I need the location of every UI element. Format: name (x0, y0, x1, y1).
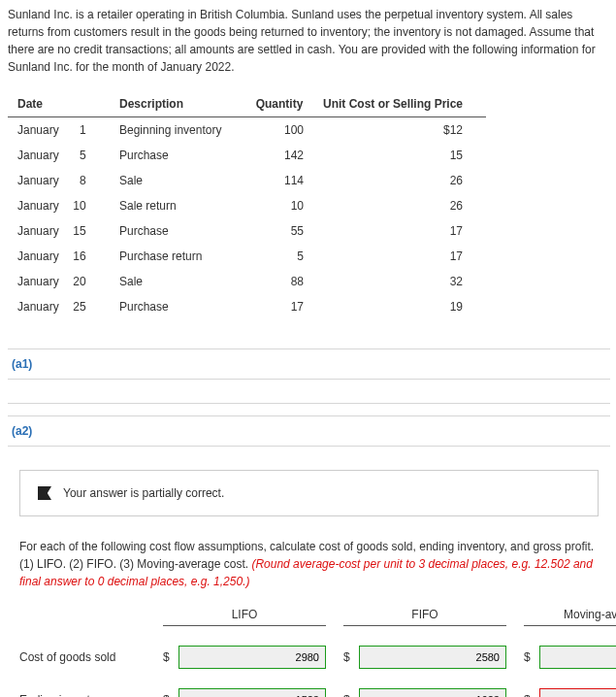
cell-cogs-fifo: $ (343, 646, 506, 669)
cell-date: January25 (8, 294, 110, 319)
cell-qty: 55 (245, 218, 313, 244)
cell-date: January1 (8, 117, 110, 144)
cell-desc: Sale (110, 168, 245, 193)
cell-desc: Purchase (110, 218, 245, 244)
table-row: January20Sale8832 (8, 269, 486, 294)
cell-price: $12 (313, 117, 486, 144)
label-cogs: Cost of goods sold (19, 650, 146, 664)
cell-date: January10 (8, 193, 110, 218)
table-row: January25Purchase1719 (8, 294, 486, 319)
section-gap (8, 403, 610, 416)
cell-date: January16 (8, 244, 110, 269)
cell-price: 17 (313, 244, 486, 269)
cell-price: 32 (313, 269, 486, 294)
cell-endinv-fifo: $ (343, 688, 506, 697)
cell-date: January5 (8, 143, 110, 168)
partial-correct-text: Your answer is partially correct. (63, 486, 224, 500)
cell-qty: 17 (245, 294, 313, 319)
cell-qty: 10 (245, 193, 313, 218)
table-row: January8Sale11426 (8, 168, 486, 193)
cell-qty: 100 (245, 117, 313, 144)
flag-icon (38, 486, 51, 500)
cell-cogs-lifo: $ (163, 646, 326, 669)
cell-endinv-ma: $ (524, 688, 616, 697)
cell-desc: Purchase (110, 294, 245, 319)
cell-desc: Purchase return (110, 244, 245, 269)
dollar-sign: $ (343, 693, 353, 697)
table-row: January5Purchase14215 (8, 143, 486, 168)
dollar-sign: $ (524, 693, 534, 697)
cell-price: 26 (313, 168, 486, 193)
cell-date: January20 (8, 269, 110, 294)
input-endinv-fifo[interactable] (359, 688, 506, 697)
input-endinv-ma[interactable] (539, 688, 616, 697)
cell-endinv-lifo: $ (163, 688, 326, 697)
table-row: January16Purchase return517 (8, 244, 486, 269)
cell-price: 26 (313, 193, 486, 218)
transactions-table: Date Description Quantity Unit Cost or S… (8, 91, 486, 319)
cell-qty: 142 (245, 143, 313, 168)
table-row: January10Sale return1026 (8, 193, 486, 218)
cell-price: 15 (313, 143, 486, 168)
cell-qty: 5 (245, 244, 313, 269)
table-row: January15Purchase5517 (8, 218, 486, 244)
input-cogs-ma[interactable] (539, 646, 616, 669)
head-ma: Moving-average (524, 608, 616, 626)
cell-cogs-ma: $ (524, 646, 616, 669)
input-cogs-fifo[interactable] (359, 646, 506, 669)
table-row: January1Beginning inventory100$12 (8, 117, 486, 144)
section-a2: (a2) (8, 416, 610, 447)
cell-date: January8 (8, 168, 110, 193)
partial-correct-banner: Your answer is partially correct. (19, 470, 599, 516)
cell-desc: Purchase (110, 143, 245, 168)
cell-desc: Beginning inventory (110, 117, 245, 144)
cell-price: 19 (313, 294, 486, 319)
cell-date: January15 (8, 218, 110, 244)
cell-price: 17 (313, 218, 486, 244)
th-date: Date (8, 91, 110, 117)
dollar-sign: $ (163, 650, 173, 664)
dollar-sign: $ (524, 650, 534, 664)
answer-grid: LIFO FIFO Moving-average Cost of goods s… (19, 608, 599, 697)
label-endinv: Ending inventory (19, 693, 146, 697)
cell-qty: 114 (245, 168, 313, 193)
dollar-sign: $ (163, 693, 173, 697)
question-text: For each of the following cost flow assu… (19, 538, 599, 590)
cell-desc: Sale (110, 269, 245, 294)
th-desc: Description (110, 91, 245, 117)
th-price: Unit Cost or Selling Price (313, 91, 486, 117)
th-qty: Quantity (245, 91, 313, 117)
head-lifo: LIFO (163, 608, 326, 626)
input-cogs-lifo[interactable] (178, 646, 326, 669)
section-a1: (a1) (8, 348, 610, 380)
input-endinv-lifo[interactable] (178, 688, 326, 697)
head-fifo: FIFO (343, 608, 506, 626)
cell-desc: Sale return (110, 193, 245, 218)
dollar-sign: $ (343, 650, 353, 664)
intro-text: Sunland Inc. is a retailer operating in … (8, 6, 610, 76)
cell-qty: 88 (245, 269, 313, 294)
